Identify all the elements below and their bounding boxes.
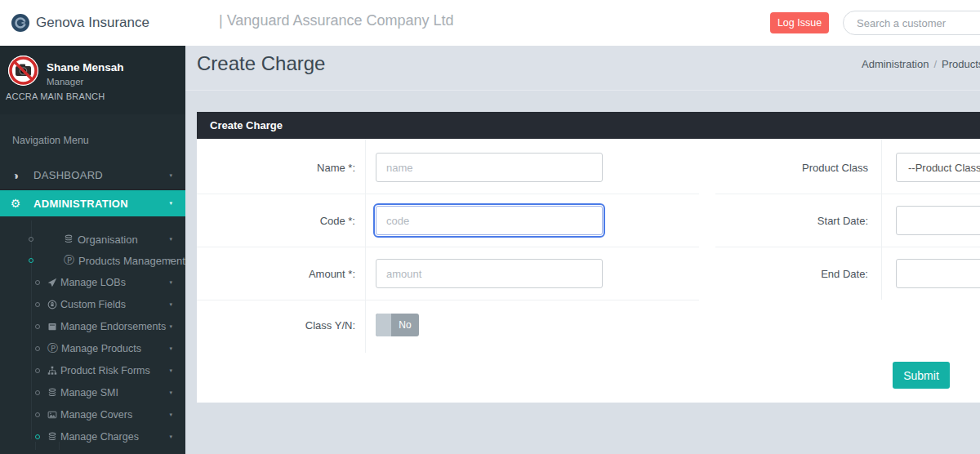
sidebar-item-label: Organisation [78, 234, 138, 246]
end-date-input[interactable] [896, 259, 980, 288]
chevron-down-icon: ▾ [169, 172, 172, 179]
product-class-label: Product Class [721, 162, 868, 174]
chevron-down-icon: ▾ [169, 412, 172, 418]
bullet-icon [35, 390, 40, 395]
sidebar: Shane Mensah Manager ACCRA MAIN BRANCH N… [0, 46, 185, 454]
amount-input[interactable] [376, 259, 603, 288]
tree-line [59, 442, 60, 450]
create-charge-form: Name *: Code *: Amount *: Class Y/N: No … [197, 139, 980, 403]
p-circle-icon: Ⓟ [64, 253, 74, 268]
sidebar-item-label: Manage Charges [60, 431, 139, 443]
coins-icon [64, 234, 74, 244]
nav-menu-header: Navigation Menu [0, 114, 185, 146]
sidebar-item-products-management[interactable]: Ⓟ Products Management ▾ [0, 250, 185, 271]
sidebar-item-label: Manage Products [61, 343, 141, 354]
sidebar-item-manage-smi[interactable]: Manage SMI ▾ [0, 381, 185, 403]
bullet-icon [35, 368, 40, 373]
sidebar-item-manage-endorsements[interactable]: Manage Endorsements ▾ [0, 315, 185, 337]
bullet-icon [35, 346, 40, 351]
paper-plane-icon [47, 278, 57, 287]
dashboard-icon: ◑ [8, 169, 23, 182]
chevron-down-icon: ▾ [169, 257, 172, 264]
sidebar-item-label: Manage LOBs [60, 277, 126, 288]
avatar [8, 56, 38, 86]
row-divider [715, 194, 980, 194]
chevron-down-icon: ▾ [169, 367, 172, 374]
row-divider [715, 247, 980, 247]
sidebar-item-product-risk-forms[interactable]: Product Risk Forms ▾ [0, 359, 185, 381]
start-date-label: Start Date: [721, 215, 868, 227]
submit-button[interactable]: Submit [893, 362, 950, 389]
toggle-handle-icon [376, 314, 391, 336]
start-date-input[interactable] [896, 206, 980, 235]
chevron-down-icon: ▾ [169, 279, 172, 286]
brand-logo-icon [11, 13, 30, 33]
row-divider [197, 247, 699, 247]
row-divider [197, 300, 699, 300]
sidebar-item-manage-covers[interactable]: Manage Covers ▾ [0, 403, 185, 425]
chevron-down-icon: ▾ [169, 301, 172, 308]
sidebar-item-manage-lobs[interactable]: Manage LOBs ▾ [0, 271, 185, 293]
column-divider [365, 139, 366, 353]
sidebar-item-administration[interactable]: ⚙ ADMINISTRATION ▾ [0, 189, 185, 216]
sidebar-item-custom-fields[interactable]: Custom Fields ▾ [0, 293, 185, 315]
coins-icon [47, 388, 57, 398]
chevron-down-icon: ▾ [169, 389, 172, 396]
sidebar-item-manage-products[interactable]: Ⓟ Manage Products ▾ [0, 337, 185, 359]
sidebar-item-label: Manage SMI [60, 387, 118, 398]
p-circle-icon: Ⓟ [47, 341, 58, 356]
tree-line [35, 442, 36, 450]
bullet-icon [35, 302, 40, 307]
user-role: Manager [47, 77, 83, 87]
sitemap-icon [47, 366, 57, 376]
log-issue-button[interactable]: Log Issue [770, 12, 829, 33]
name-label: Name *: [208, 162, 355, 174]
breadcrumb-section[interactable]: Administration [862, 58, 929, 70]
app-window: Genova Insurance | Vanguard Assurance Co… [0, 0, 980, 454]
chevron-down-icon: ▾ [169, 236, 172, 243]
bullet-icon [35, 280, 40, 285]
gear-icon: ⚙ [8, 197, 23, 210]
sidebar-item-manage-charges[interactable]: Manage Charges ▾ [0, 425, 185, 447]
breadcrumb: Administration/Products Management [862, 58, 980, 70]
code-input[interactable] [376, 206, 603, 235]
bullet-icon [35, 324, 40, 329]
bullet-icon [29, 237, 33, 242]
sidebar-item-label: Manage Covers [60, 409, 132, 421]
breadcrumb-page: Products Management [942, 58, 980, 70]
bullet-icon [29, 258, 33, 263]
administration-submenu: Organisation ▾ Ⓟ Products Management ▾ M… [0, 216, 185, 447]
class-yn-label: Class Y/N: [208, 319, 355, 332]
sidebar-item-dashboard[interactable]: ◑ DASHBOARD ▾ [0, 161, 185, 189]
sidebar-item-organisation[interactable]: Organisation ▾ [0, 229, 185, 250]
chevron-down-icon: ▾ [169, 434, 172, 440]
user-panel: Shane Mensah Manager ACCRA MAIN BRANCH [0, 46, 185, 114]
breadcrumb-separator: / [933, 58, 937, 70]
end-date-label: End Date: [721, 268, 868, 280]
sidebar-item-label: Product Risk Forms [60, 365, 150, 376]
content-header-divider [185, 90, 980, 91]
company-title: | Vanguard Assurance Company Ltd [219, 12, 454, 29]
code-label: Code *: [208, 215, 355, 227]
sidebar-item-label: DASHBOARD [33, 169, 103, 181]
bullet-icon [35, 412, 40, 417]
customer-search-input[interactable] [843, 11, 980, 35]
panel-header: Create Charge [197, 112, 980, 139]
toggle-state-label: No [391, 314, 419, 336]
name-input[interactable] [376, 153, 603, 182]
image-card-icon [47, 410, 57, 420]
class-yn-toggle[interactable]: No [376, 314, 419, 336]
topbar: Genova Insurance | Vanguard Assurance Co… [0, 0, 980, 46]
user-name: Shane Mensah [47, 61, 124, 73]
sidebar-item-label: Manage Endorsements [60, 321, 166, 332]
brand[interactable]: Genova Insurance [11, 0, 149, 46]
note-icon [47, 322, 57, 332]
sidebar-item-label: ADMINISTRATION [33, 198, 128, 210]
bullet-icon [35, 434, 40, 439]
row-divider [197, 194, 699, 194]
product-class-select[interactable]: --Product Class-- [896, 153, 980, 182]
chevron-down-icon: ▾ [169, 323, 172, 330]
column-divider [881, 139, 882, 300]
sidebar-item-label: Custom Fields [60, 299, 126, 310]
coins-icon [47, 432, 57, 442]
